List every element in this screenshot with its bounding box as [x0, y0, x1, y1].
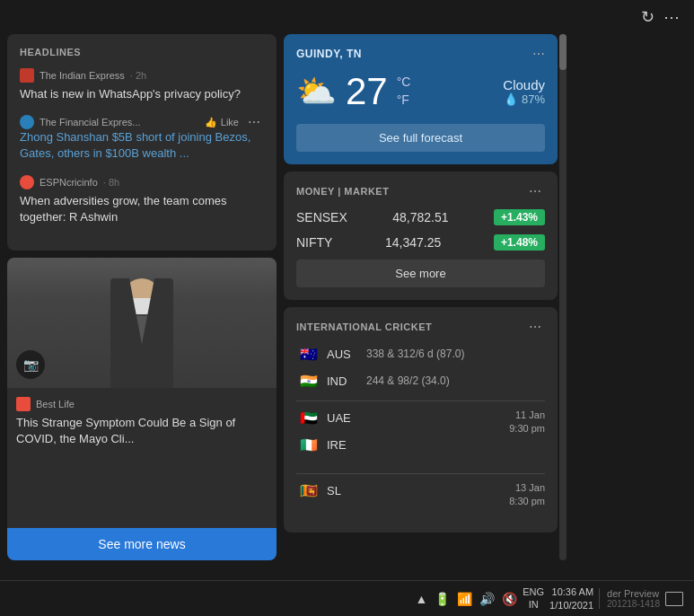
clock-date: 1/10/2021 — [549, 599, 593, 612]
taskbar-system-icons: ▲ 🔋 📶 🔊 🔇 — [415, 592, 517, 606]
money-header: MONEY | MARKET ⋯ — [296, 184, 545, 198]
humidity-value: 87% — [522, 92, 545, 106]
image-card: 📷 Best Life This Strange Symptom Could B… — [7, 258, 277, 560]
money-card: MONEY | MARKET ⋯ SENSEX 48,782.51 +1.43%… — [284, 172, 558, 300]
sensex-value: 48,782.51 — [392, 210, 448, 224]
cricket-more-icon[interactable]: ⋯ — [525, 320, 545, 334]
scrollbar[interactable] — [559, 34, 567, 560]
camera-icon: 📷 — [16, 350, 45, 379]
team-uae: UAE — [327, 411, 361, 425]
refresh-icon[interactable]: ↻ — [641, 7, 654, 27]
match-group-2: 🇦🇪 UAE 🇮🇪 IRE 11 Jan 9:30 pm — [296, 409, 545, 462]
source-time-1: · 2h — [130, 70, 146, 81]
taskbar-language[interactable]: ENG IN — [523, 586, 544, 610]
see-more-news-button[interactable]: See more news — [7, 528, 277, 560]
taskbar-clock[interactable]: 10:36 AM 1/10/2021 — [549, 585, 593, 612]
see-full-forecast-button[interactable]: See full forecast — [296, 124, 545, 152]
item-more-icon[interactable]: ⋯ — [244, 115, 264, 129]
team-sl: SL — [327, 484, 361, 497]
team-aus: AUS — [327, 348, 361, 361]
match-row-uae: 🇦🇪 UAE — [296, 409, 361, 427]
flag-aus: 🇦🇺 — [296, 345, 321, 363]
news-headline-2[interactable]: Zhong Shanshan $5B short of joining Bezo… — [20, 129, 264, 162]
weather-location: GUINDY, TN — [296, 48, 362, 60]
show-desktop-button[interactable] — [665, 592, 683, 606]
headlines-title: HEADLINES — [20, 47, 264, 57]
cloud-icon: ⛅ — [296, 73, 337, 110]
weather-temperature: 27 — [346, 70, 388, 113]
taskbar: ▲ 🔋 📶 🔊 🔇 ENG IN 10:36 AM 1/10/2021 der … — [0, 580, 694, 616]
nifty-name: NIFTY — [296, 235, 332, 250]
source-time-3: · 8h — [103, 177, 119, 188]
money-title: MONEY | MARKET — [296, 186, 389, 197]
source-row: The Indian Express · 2h — [20, 68, 264, 83]
source-icon-fin — [20, 115, 34, 129]
weather-humidity: 💧 87% — [503, 92, 545, 106]
list-item: ESPNcricinfo · 8h When adversities grow,… — [20, 175, 264, 225]
source-row-3: ESPNcricinfo · 8h — [20, 175, 264, 189]
image-source-row: Best Life — [16, 397, 268, 411]
svg-rect-0 — [22, 71, 31, 80]
source-icon-bl — [16, 397, 31, 411]
scrollbar-thumb[interactable] — [559, 34, 567, 70]
main-content: HEADLINES The Indian Express · 2h What i… — [0, 34, 694, 560]
more-options-icon[interactable]: ⋯ — [663, 7, 680, 27]
match-date-1: 11 Jan 9:30 pm — [509, 409, 545, 436]
score-ind: 244 & 98/2 (34.0) — [366, 374, 545, 387]
thumb-up-icon: 👍 — [205, 117, 217, 128]
taskbar-battery-icon: 🔋 — [435, 592, 450, 606]
source-icon-espn — [20, 175, 34, 189]
taskbar-speaker-icon: 🔇 — [502, 592, 517, 606]
image-source-name: Best Life — [36, 399, 75, 409]
flag-uae: 🇦🇪 — [296, 409, 321, 427]
weather-right: Cloudy 💧 87% — [503, 77, 545, 106]
like-label: Like — [221, 117, 239, 128]
team-ind: IND — [327, 374, 361, 388]
weather-unit: °C °F — [397, 74, 411, 109]
flag-ind: 🇮🇳 — [296, 372, 321, 390]
news-headline-3: When adversities grow, the team comes to… — [20, 193, 264, 225]
money-more-icon[interactable]: ⋯ — [525, 184, 545, 198]
image-card-content: Best Life This Strange Symptom Could Be … — [7, 388, 277, 456]
money-see-more-button[interactable]: See more — [296, 260, 545, 287]
humidity-drop-icon: 💧 — [504, 92, 518, 106]
source-icon-ie — [20, 68, 34, 83]
weather-card: GUINDY, TN ⋯ ⛅ 27 °C °F Cloudy 💧 87% — [284, 34, 558, 164]
source-row-2: The Financial Expres... — [20, 115, 141, 129]
weather-condition: Cloudy — [503, 77, 545, 92]
score-aus: 338 & 312/6 d (87.0) — [366, 348, 545, 360]
source-name-1: The Indian Express — [40, 70, 125, 81]
source-name-2: The Financial Expres... — [40, 117, 141, 128]
image-card-title: This Strange Symptom Could Be a Sign of … — [16, 415, 268, 447]
person-silhouette — [110, 278, 173, 388]
weather-header: GUINDY, TN ⋯ — [296, 47, 545, 61]
taskbar-preview: der Preview 201218-1418 — [599, 588, 660, 609]
cricket-card: INTERNATIONAL CRICKET ⋯ 🇦🇺 AUS 338 & 312… — [284, 307, 558, 532]
nifty-change: +1.48% — [494, 234, 545, 251]
market-row-nifty: NIFTY 14,347.25 +1.48% — [296, 234, 545, 251]
market-row-sensex: SENSEX 48,782.51 +1.43% — [296, 209, 545, 225]
top-bar: ↻ ⋯ — [0, 0, 694, 34]
svg-point-1 — [22, 118, 31, 127]
article-image: 📷 — [7, 258, 277, 388]
taskbar-arrow-icon[interactable]: ▲ — [415, 592, 427, 606]
cricket-title: INTERNATIONAL CRICKET — [296, 321, 432, 332]
headlines-card: HEADLINES The Indian Express · 2h What i… — [7, 34, 277, 251]
match-date-2: 13 Jan 8:30 pm — [509, 481, 545, 509]
weather-left: ⛅ 27 °C °F — [296, 70, 410, 113]
flag-ire: 🇮🇪 — [296, 436, 321, 453]
like-button[interactable]: 👍 Like — [205, 117, 239, 128]
weather-main: ⛅ 27 °C °F Cloudy 💧 87% — [296, 70, 545, 113]
left-column: HEADLINES The Indian Express · 2h What i… — [7, 34, 277, 560]
match-row-sl: 🇱🇰 SL — [296, 481, 361, 499]
svg-rect-3 — [19, 400, 28, 409]
list-item: The Financial Expres... 👍 Like ⋯ Zhong S… — [20, 115, 264, 162]
sensex-change: +1.43% — [494, 209, 545, 225]
nifty-value: 14,347.25 — [385, 235, 441, 250]
news-item-2-header: The Financial Expres... 👍 Like ⋯ — [20, 115, 264, 129]
weather-more-icon[interactable]: ⋯ — [532, 47, 545, 61]
cricket-header: INTERNATIONAL CRICKET ⋯ — [296, 320, 545, 334]
match-row-ire: 🇮🇪 IRE — [296, 436, 361, 453]
flag-sl: 🇱🇰 — [296, 481, 321, 499]
svg-point-2 — [22, 178, 31, 187]
